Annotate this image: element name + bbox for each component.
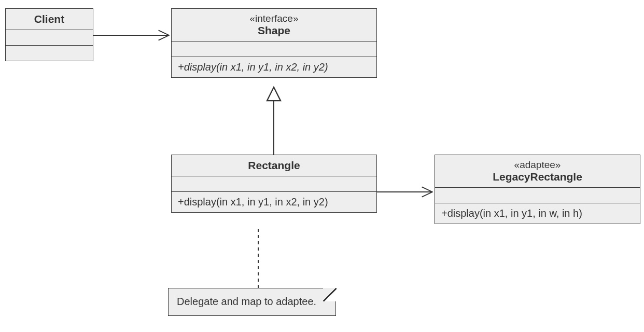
class-legacy-op: +display(in x1, in y1, in w, in h) [441, 208, 582, 219]
class-legacy-stereotype: «adaptee» [441, 159, 634, 171]
uml-diagram: Client «interface» Shape +display(in x1,… [0, 0, 644, 332]
uml-note: Delegate and map to adaptee. [168, 288, 336, 316]
class-shape-stereotype: «interface» [178, 13, 370, 24]
class-rectangle-name: Rectangle [248, 159, 300, 171]
class-client-name: Client [34, 13, 64, 25]
class-legacy-attrs [435, 187, 640, 203]
class-rectangle-attrs [172, 176, 376, 191]
uml-note-text: Delegate and map to adaptee. [177, 296, 316, 307]
class-rectangle-header: Rectangle [172, 155, 376, 176]
class-client-ops [6, 45, 93, 61]
note-fold-icon [323, 288, 337, 301]
class-rectangle: Rectangle +display(in x1, in y1, in x2, … [171, 155, 377, 213]
class-client-header: Client [6, 9, 93, 30]
class-legacy-rectangle: «adaptee» LegacyRectangle +display(in x1… [435, 155, 640, 224]
class-shape-name: Shape [178, 24, 370, 37]
class-shape: «interface» Shape +display(in x1, in y1,… [171, 8, 377, 78]
class-client: Client [5, 8, 93, 61]
class-shape-ops: +display(in x1, in y1, in x2, in y2) [172, 57, 376, 77]
class-rectangle-ops: +display(in x1, in y1, in x2, in y2) [172, 191, 376, 212]
class-client-attrs [6, 30, 93, 45]
class-legacy-name: LegacyRectangle [441, 171, 634, 183]
class-rectangle-op: +display(in x1, in y1, in x2, in y2) [178, 196, 328, 208]
class-shape-header: «interface» Shape [172, 9, 376, 41]
class-shape-attrs [172, 41, 376, 57]
class-legacy-ops: +display(in x1, in y1, in w, in h) [435, 203, 640, 224]
class-shape-op: +display(in x1, in y1, in x2, in y2) [178, 61, 328, 73]
class-legacy-header: «adaptee» LegacyRectangle [435, 155, 640, 187]
